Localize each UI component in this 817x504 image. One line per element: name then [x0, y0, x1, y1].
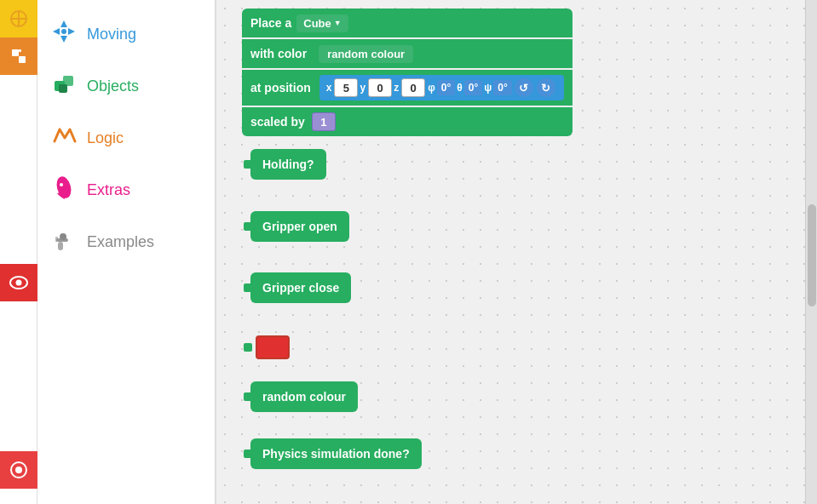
scale-input[interactable]: 1: [312, 112, 336, 131]
sidebar-item-objects[interactable]: Objects: [37, 60, 215, 112]
sidebar-item-examples[interactable]: Examples: [37, 216, 215, 268]
svg-marker-10: [60, 20, 67, 27]
physics-notch: [244, 450, 252, 458]
place-row3: at position x 5 y 0 z 0 φ 0° θ 0° ψ 0° ↺…: [242, 70, 572, 106]
svg-point-23: [60, 233, 66, 240]
examples-label: Examples: [87, 233, 154, 251]
coords-container: x 5 y 0 z 0 φ 0° θ 0° ψ 0° ↺ ↻: [319, 75, 564, 100]
at-position-label: at position: [250, 81, 311, 94]
svg-point-14: [61, 29, 66, 34]
place-row2: with color random colour: [242, 39, 572, 68]
with-color-label: with color: [250, 47, 307, 60]
place-cube-block[interactable]: Place a Cube with color random colour at…: [242, 9, 572, 138]
scaled-by-label: scaled by: [250, 115, 305, 129]
moving-label: Moving: [87, 26, 136, 43]
physics-done-label: Physics simulation done?: [262, 447, 410, 461]
moving-icon: [51, 19, 77, 50]
cube-dropdown[interactable]: Cube: [296, 14, 348, 32]
svg-marker-13: [68, 28, 75, 35]
sidebar-btn-bottom[interactable]: [0, 451, 37, 489]
logic-label: Logic: [87, 129, 124, 147]
svg-point-9: [15, 467, 22, 473]
examples-icon: [51, 226, 77, 258]
objects-label: Objects: [87, 77, 139, 95]
random-colour-pill[interactable]: random colour: [319, 45, 413, 63]
z-label: z: [394, 82, 399, 94]
holding-block[interactable]: Holding?: [250, 149, 326, 180]
sidebar-btn-eye[interactable]: [0, 264, 37, 301]
scrollbar[interactable]: [805, 0, 817, 504]
svg-rect-17: [59, 84, 67, 93]
extras-icon: [51, 175, 77, 206]
holding-notch: [244, 160, 252, 169]
phi-label: φ: [428, 82, 435, 94]
holding-label: Holding?: [262, 158, 314, 171]
y-label: y: [360, 82, 365, 94]
objects-icon: [51, 71, 77, 102]
sidebar-btn-orange[interactable]: [0, 37, 37, 75]
svg-rect-20: [58, 242, 63, 250]
gripper-open-block[interactable]: Gripper open: [250, 211, 349, 242]
color-swatch-block[interactable]: [244, 335, 290, 359]
random-colour-block[interactable]: random colour: [250, 381, 358, 412]
gripper-close-block[interactable]: Gripper close: [250, 272, 351, 303]
place-row4: scaled by 1: [242, 107, 572, 136]
random-colour-notch: [244, 392, 252, 401]
svg-point-19: [60, 183, 63, 186]
color-swatch-red[interactable]: [256, 335, 290, 359]
scrollbar-thumb[interactable]: [808, 204, 816, 306]
svg-marker-12: [53, 28, 60, 35]
z-input[interactable]: 0: [401, 78, 425, 97]
svg-marker-11: [60, 36, 67, 43]
extras-label: Extras: [87, 181, 130, 199]
sidebar-item-extras[interactable]: Extras: [37, 164, 215, 216]
gripper-open-notch: [244, 222, 252, 231]
random-colour-label: random colour: [262, 390, 346, 404]
psi-label: ψ: [484, 82, 492, 94]
rotate-cw-btn[interactable]: ↻: [537, 78, 555, 97]
workspace: Place a Cube with color random colour at…: [216, 0, 805, 504]
theta-label: θ: [457, 82, 463, 94]
y-input[interactable]: 0: [368, 78, 392, 97]
x-label: x: [326, 82, 332, 94]
gripper-close-label: Gripper close: [262, 281, 339, 295]
sidebar-item-logic[interactable]: Logic: [37, 112, 215, 164]
gripper-close-notch: [244, 284, 252, 292]
gripper-open-label: Gripper open: [262, 220, 337, 233]
sidebar-item-moving[interactable]: Moving: [37, 9, 215, 60]
svg-point-7: [16, 280, 22, 286]
nav-panel: Moving Objects Logic Extras: [37, 0, 216, 504]
psi-input[interactable]: 0°: [493, 80, 511, 95]
x-input[interactable]: 5: [334, 78, 358, 97]
svg-rect-5: [19, 49, 21, 52]
place-row1: Place a Cube: [242, 9, 572, 37]
sidebar: [0, 0, 37, 504]
phi-input[interactable]: 0°: [437, 80, 455, 95]
swatch-notch: [244, 343, 252, 352]
svg-rect-4: [19, 56, 26, 63]
sidebar-btn-yellow[interactable]: [0, 0, 37, 37]
svg-point-18: [55, 175, 73, 199]
rotate-ccw-btn[interactable]: ↺: [515, 78, 533, 97]
theta-input[interactable]: 0°: [464, 80, 482, 95]
logic-icon: [51, 123, 77, 154]
svg-rect-3: [12, 49, 19, 56]
place-prefix: Place a: [250, 16, 291, 30]
physics-done-block[interactable]: Physics simulation done?: [250, 438, 422, 469]
